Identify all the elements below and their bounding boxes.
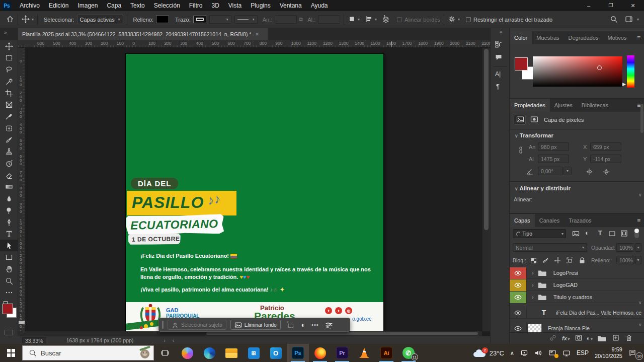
toolbar-expand-icon[interactable]: » [4,30,7,35]
new-group-icon[interactable] [598,335,606,341]
filter-smart-objects-icon[interactable] [620,230,628,239]
tab-muestras[interactable]: Muestras [532,31,564,44]
taskbar-app-edge[interactable] [198,344,220,362]
flip-horizontal-icon[interactable] [585,168,593,178]
taskbar-app-premiere[interactable]: Pr [331,344,353,362]
color-field-marker[interactable] [597,65,602,70]
menu-texto[interactable]: Texto [126,2,149,9]
menu-archivo[interactable]: Archivo [15,2,44,9]
lock-paint-icon[interactable] [542,256,548,265]
select-mode-dropdown[interactable]: Capas activas▾ [77,15,123,24]
tool-marquee[interactable] [0,52,18,63]
taskbar-app-whatsapp[interactable]: ✆ 11 [397,344,420,362]
gear-icon[interactable] [448,15,456,24]
canvas-horizontal-scrollbar[interactable] [18,331,482,336]
zoom-level-field[interactable]: 33,33% [22,337,46,343]
notification-center-icon[interactable]: 10 [625,344,644,362]
properties-sliders-icon[interactable] [325,321,333,329]
tab-capas[interactable]: Capas [510,214,535,227]
vertical-ruler[interactable]: 01 0 02 0 03 0 04 0 05 0 06 0 07 0 08 0 … [18,48,25,331]
document-canvas[interactable]: DÍA DEL PASILLO ♪♪ ECUATORIANO 1 DE OCTU… [126,54,383,331]
layer-visibility-icon[interactable] [510,267,527,279]
menu-capa[interactable]: Capa [102,2,126,9]
stroke-style-dropdown[interactable]: ▾ [234,15,258,24]
taskbar-app-file-explorer[interactable] [220,344,243,362]
minimize-button[interactable]: – [578,0,600,11]
taskbar-app-vlc[interactable] [353,344,375,362]
align-section-header[interactable]: ∨ Alinear y distribuir [515,185,571,191]
tool-zoom[interactable] [0,275,18,286]
tab-motivos[interactable]: Motivos [603,31,631,44]
menu-ventana[interactable]: Ventana [275,2,306,9]
path-operations-icon[interactable] [348,15,356,24]
remove-background-button[interactable]: Eliminar fondo [230,320,281,330]
tool-eraser[interactable] [0,169,18,181]
tab-trazados[interactable]: Trazados [564,214,596,227]
layer-filter-toggle[interactable] [634,229,639,238]
path-align-icon[interactable] [365,15,373,24]
tab-degradados[interactable]: Degradados [564,31,603,44]
constrain-path-checkbox[interactable]: Restringir el arrastre del trazado [466,17,552,23]
chevron-down-icon[interactable]: ▾ [32,17,34,22]
layer-filter-dropdown[interactable]: Tipo▾ [513,229,566,238]
link-dimensions-icon[interactable]: ⧉ [299,16,303,23]
close-tab-icon[interactable]: × [255,31,259,38]
tool-eyedropper[interactable] [0,111,18,122]
adjustments-icon[interactable]: ◐ [301,321,305,329]
lock-position-icon[interactable] [554,256,560,265]
tool-brush[interactable] [0,134,18,146]
taskbar-app-copilot[interactable] [176,344,198,362]
tool-blur[interactable] [0,193,18,204]
select-subject-button[interactable]: Seleccionar sujeto [168,320,226,330]
group-expand-icon[interactable]: › [532,294,534,300]
layer-visibility-icon[interactable] [510,279,527,291]
status-arrow-icon[interactable]: › [164,337,166,343]
workspace-switcher-icon[interactable] [625,15,633,24]
layer-row-logogad[interactable]: › LogoGAD [510,279,644,291]
search-input[interactable]: Buscar [22,345,154,360]
menu-edicion[interactable]: Edición [44,2,73,9]
new-layer-icon[interactable] [612,334,619,343]
tool-hand[interactable] [0,263,18,275]
tool-healing-patch[interactable] [0,122,18,134]
properties-scroll-down-icon[interactable]: ∨ [638,192,642,197]
pixel-layer-icon[interactable] [514,115,526,125]
hidden-icons-chevron[interactable]: ∧ [507,344,517,362]
document-tab[interactable]: Plantilla 2025.psd al 33,3% (504664122_5… [18,28,268,40]
tool-type[interactable] [0,228,18,240]
filter-shape-layers-icon[interactable] [608,230,616,239]
group-expand-icon[interactable]: › [532,270,534,276]
layer-effects-icon[interactable]: fx▾ [562,335,570,341]
horizontal-ruler[interactable]: 6005004003002001000100200300400500600700… [18,40,491,48]
comments-panel-icon[interactable] [495,53,503,63]
tool-lasso[interactable] [0,64,18,76]
adjustment-layer-icon[interactable]: ◐▾ [587,335,593,342]
tool-clone-stamp[interactable] [0,146,18,158]
search-highlight-sloth-image[interactable] [138,347,151,360]
paragraph-panel-icon[interactable]: ¶ [496,83,500,90]
move-tool-icon[interactable] [22,15,30,24]
tab-canales[interactable]: Canales [535,214,564,227]
layer-row-logopresi[interactable]: › LogoPresi [510,267,644,279]
canvas-vertical-scrollbar[interactable] [482,48,490,331]
layer-name[interactable]: Titulo y cuadros [553,294,592,300]
history-panel-icon[interactable] [495,40,503,50]
speaker-icon[interactable] [531,344,545,362]
taskbar-app-illustrator[interactable]: Ai [375,344,397,362]
task-view-button[interactable] [154,344,176,362]
taskbar-app-outlook[interactable]: O [265,344,287,362]
filter-adjustment-layers-icon[interactable]: ◐ [585,229,589,237]
tool-crop[interactable] [0,87,18,99]
hue-slider[interactable] [627,55,634,88]
network-icon[interactable] [559,344,574,362]
layer-row-ifeliz-dia-del-pas-valle-hermoso-ce[interactable]: T iFeliz Día del Pas... Valle Hermoso, c… [510,307,644,319]
foreground-color-tool-swatch[interactable] [3,304,13,314]
stroke-swatch[interactable] [193,16,206,23]
tool-history-brush[interactable] [0,158,18,169]
menu-ayuda[interactable]: Ayuda [306,2,333,9]
close-button[interactable]: ✕ [622,0,644,11]
tool-rectangle[interactable] [0,251,18,263]
tool-move[interactable] [0,40,18,52]
collapse-panels-icon[interactable]: « [500,29,503,35]
color-field[interactable] [533,56,622,87]
